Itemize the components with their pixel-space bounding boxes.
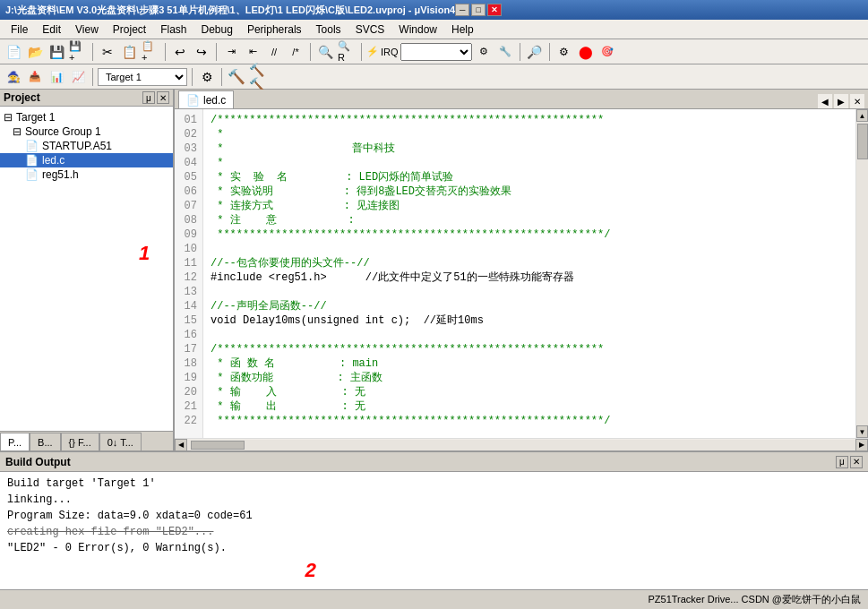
code-line-12: #include <reg51.h> //此文件中定义了51的一些特殊功能寄存器 xyxy=(211,270,848,285)
menu-item-tools[interactable]: Tools xyxy=(309,20,348,39)
build-output-icons: μ ✕ xyxy=(836,456,863,468)
title-bar-text: J:\光盘资料\EM V3.0光盘资料\步骤3 51单片机例程\1、LED灯\1… xyxy=(5,4,455,17)
line-number-19: 19 xyxy=(175,371,202,385)
line-number-15: 15 xyxy=(175,313,202,328)
menu-item-edit[interactable]: Edit xyxy=(35,20,68,39)
line-number-10: 10 xyxy=(175,242,202,256)
code-line-01: /***************************************… xyxy=(211,113,848,127)
debug-button[interactable]: ⬤ xyxy=(576,42,596,62)
irq-btn1[interactable]: ⚙ xyxy=(474,42,494,62)
editor-tab-ledc[interactable]: 📄 led.c xyxy=(178,90,234,108)
code-line-18: * 函 数 名 : main xyxy=(211,356,848,371)
target-settings-button[interactable]: ⚙ xyxy=(197,67,217,87)
build-line-0: Build target 'Target 1' xyxy=(7,476,861,492)
scroll-down-button[interactable]: ▼ xyxy=(856,425,868,438)
panel-tab-books[interactable]: B... xyxy=(30,433,61,450)
work-area: Project μ ✕ ⊟ Target 1 ⊟ Source Group 1 xyxy=(0,90,868,450)
editor-tab-bar: 📄 led.c ◀ ▶ ✕ xyxy=(175,90,868,109)
irq-select[interactable] xyxy=(400,43,472,61)
target-options[interactable]: 🎯 xyxy=(597,42,617,62)
wizard-button[interactable]: 🧙 xyxy=(4,67,23,87)
tab-scroll-left[interactable]: ◀ xyxy=(818,94,832,108)
project-header: Project μ ✕ xyxy=(0,90,173,107)
open-button[interactable]: 📂 xyxy=(25,42,45,62)
comment-button[interactable]: // xyxy=(264,42,284,62)
close-window-button[interactable]: ✕ xyxy=(487,4,502,16)
build-close-button[interactable]: ✕ xyxy=(850,456,863,468)
h-scroll-right[interactable]: ▶ xyxy=(855,439,868,451)
tb2-btn3[interactable]: 📊 xyxy=(47,67,66,87)
indent-button[interactable]: ⇥ xyxy=(221,42,241,62)
menu-item-window[interactable]: Window xyxy=(391,20,444,39)
save-button[interactable]: 💾 xyxy=(47,42,66,62)
minimize-button[interactable]: ─ xyxy=(455,4,469,16)
search-button[interactable]: 🔎 xyxy=(525,42,545,62)
menu-item-project[interactable]: Project xyxy=(106,20,153,39)
irq-icon: ⚡ xyxy=(366,46,379,57)
pin-button[interactable]: μ xyxy=(142,91,155,104)
copy-button[interactable]: 📋 xyxy=(119,42,139,62)
redo-button[interactable]: ↪ xyxy=(192,42,211,62)
sep3 xyxy=(216,43,217,61)
tree-item-reg51h[interactable]: 📄 reg51.h xyxy=(0,167,173,182)
build-output-header: Build Output μ ✕ xyxy=(0,452,868,472)
build-button[interactable]: 🔨 xyxy=(227,67,246,87)
settings-button[interactable]: ⚙ xyxy=(554,42,574,62)
panel-tab-functions[interactable]: {} F... xyxy=(61,433,99,450)
tree-item-startup[interactable]: 📄 STARTUP.A51 xyxy=(0,139,173,153)
code-content[interactable]: /***************************************… xyxy=(203,109,855,438)
menu-item-debug[interactable]: Debug xyxy=(194,20,240,39)
tree-item-label-reg51h: reg51.h xyxy=(42,168,79,181)
menu-item-flash[interactable]: Flash xyxy=(153,20,193,39)
find-button[interactable]: 🔍 xyxy=(315,42,335,62)
scroll-thumb[interactable] xyxy=(857,124,868,159)
outdent-button[interactable]: ⇤ xyxy=(243,42,262,62)
tree-item-label-source-group1: Source Group 1 xyxy=(25,125,101,138)
cut-button[interactable]: ✂ xyxy=(98,42,117,62)
menu-item-file[interactable]: File xyxy=(4,20,35,39)
load-button[interactable]: 📥 xyxy=(25,67,45,87)
tree-item-target1[interactable]: ⊟ Target 1 xyxy=(0,110,173,124)
h-scrollbar: ◀ ▶ xyxy=(175,438,868,450)
sep9 xyxy=(192,68,193,86)
code-line-20: * 输 入 : 无 xyxy=(211,385,848,399)
irq-btn2[interactable]: 🔧 xyxy=(495,42,515,62)
build-line-3: creating hex file from "LED2"... xyxy=(7,524,861,540)
tree-item-ledc[interactable]: 📄 led.c xyxy=(0,153,173,167)
code-line-14: //--声明全局函数--// xyxy=(211,299,848,313)
sep8 xyxy=(92,68,93,86)
h-scroll-left[interactable]: ◀ xyxy=(175,439,187,451)
find-replace-button[interactable]: 🔍R xyxy=(337,42,357,62)
sep6 xyxy=(520,43,520,61)
paste-button[interactable]: 📋+ xyxy=(141,42,160,62)
tree-item-source-group1[interactable]: ⊟ Source Group 1 xyxy=(0,124,173,139)
rebuild-button[interactable]: 🔨🔨 xyxy=(248,67,268,87)
project-tree: ⊟ Target 1 ⊟ Source Group 1 📄 STARTUP.A5… xyxy=(0,107,173,431)
scroll-track xyxy=(856,122,868,425)
line-number-20: 20 xyxy=(175,385,202,399)
h-thumb[interactable] xyxy=(191,441,245,450)
close-editor-button[interactable]: ✕ xyxy=(850,94,864,108)
scroll-up-button[interactable]: ▲ xyxy=(856,109,868,122)
editor-area: 📄 led.c ◀ ▶ ✕ 01020304050607080910111213… xyxy=(175,90,868,450)
maximize-button[interactable]: □ xyxy=(471,4,486,16)
tb2-btn4[interactable]: 📈 xyxy=(68,67,88,87)
build-pin-button[interactable]: μ xyxy=(836,456,848,468)
menu-item-peripherals[interactable]: Peripherals xyxy=(240,20,309,39)
sep5 xyxy=(361,43,362,61)
uncomment-button[interactable]: /* xyxy=(286,42,305,62)
status-text: PZ51Tracker Drive... CSDN @爱吃饼干的小白鼠 xyxy=(648,593,861,606)
tab-scroll-right[interactable]: ▶ xyxy=(834,94,848,108)
target-select[interactable]: Target 1Target 1 xyxy=(98,68,187,86)
close-panel-button[interactable]: ✕ xyxy=(157,91,169,104)
undo-button[interactable]: ↩ xyxy=(170,42,190,62)
main-area: Project μ ✕ ⊟ Target 1 ⊟ Source Group 1 xyxy=(0,90,868,589)
sep1 xyxy=(92,43,93,61)
menu-item-view[interactable]: View xyxy=(68,20,106,39)
panel-tab-templates[interactable]: 0↓ T... xyxy=(99,433,142,450)
menu-item-help[interactable]: Help xyxy=(444,20,481,39)
menu-item-svcs[interactable]: SVCS xyxy=(348,20,392,39)
save-all-button[interactable]: 💾+ xyxy=(68,42,88,62)
panel-tab-project[interactable]: P... xyxy=(0,433,30,450)
new-file-button[interactable]: 📄 xyxy=(4,42,23,62)
